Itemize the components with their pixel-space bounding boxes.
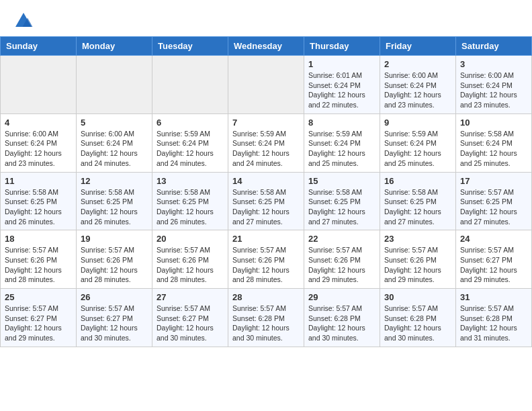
- day-info: Sunrise: 5:57 AM Sunset: 6:28 PM Dayligh…: [232, 304, 300, 343]
- day-number: 24: [460, 234, 527, 244]
- day-number: 10: [460, 118, 527, 128]
- calendar-cell: 16Sunrise: 5:58 AM Sunset: 6:25 PM Dayli…: [380, 172, 456, 230]
- calendar-cell: [228, 56, 304, 114]
- day-info: Sunrise: 5:57 AM Sunset: 6:26 PM Dayligh…: [81, 245, 148, 285]
- day-info: Sunrise: 5:57 AM Sunset: 6:26 PM Dayligh…: [157, 245, 224, 285]
- logo-icon: [13, 11, 34, 31]
- calendar-week-1: 1Sunrise: 6:01 AM Sunset: 6:24 PM Daylig…: [1, 56, 532, 114]
- day-number: 2: [384, 59, 451, 69]
- day-number: 25: [5, 292, 72, 302]
- weekday-header-sunday: Sunday: [1, 37, 77, 56]
- day-number: 1: [308, 59, 375, 69]
- weekday-header-wednesday: Wednesday: [228, 37, 304, 56]
- day-number: 15: [308, 176, 375, 186]
- calendar-cell: 1Sunrise: 6:01 AM Sunset: 6:24 PM Daylig…: [304, 56, 380, 114]
- day-number: 27: [157, 292, 224, 302]
- day-info: Sunrise: 5:58 AM Sunset: 6:25 PM Dayligh…: [384, 187, 451, 227]
- day-info: Sunrise: 6:00 AM Sunset: 6:24 PM Dayligh…: [460, 71, 527, 110]
- day-info: Sunrise: 5:59 AM Sunset: 6:24 PM Dayligh…: [384, 129, 451, 169]
- calendar-cell: 4Sunrise: 6:00 AM Sunset: 6:24 PM Daylig…: [1, 113, 77, 172]
- day-number: 4: [5, 118, 72, 128]
- calendar-cell: 3Sunrise: 6:00 AM Sunset: 6:24 PM Daylig…: [456, 56, 532, 114]
- calendar-table: SundayMondayTuesdayWednesdayThursdayFrid…: [0, 36, 532, 347]
- day-info: Sunrise: 5:57 AM Sunset: 6:28 PM Dayligh…: [460, 304, 527, 343]
- day-number: 5: [81, 118, 148, 128]
- calendar-week-3: 11Sunrise: 5:58 AM Sunset: 6:25 PM Dayli…: [1, 172, 532, 230]
- calendar-cell: 29Sunrise: 5:57 AM Sunset: 6:28 PM Dayli…: [304, 289, 380, 347]
- calendar-cell: 15Sunrise: 5:58 AM Sunset: 6:25 PM Dayli…: [304, 172, 380, 230]
- day-number: 8: [308, 118, 375, 128]
- calendar-cell: 28Sunrise: 5:57 AM Sunset: 6:28 PM Dayli…: [228, 289, 304, 347]
- day-info: Sunrise: 5:58 AM Sunset: 6:25 PM Dayligh…: [157, 187, 224, 227]
- day-number: 14: [232, 176, 300, 186]
- weekday-header-friday: Friday: [380, 37, 456, 56]
- calendar-cell: 10Sunrise: 5:58 AM Sunset: 6:24 PM Dayli…: [456, 113, 532, 172]
- calendar-cell: [1, 56, 77, 114]
- calendar-cell: 2Sunrise: 6:00 AM Sunset: 6:24 PM Daylig…: [380, 56, 456, 114]
- day-info: Sunrise: 5:58 AM Sunset: 6:24 PM Dayligh…: [460, 129, 527, 169]
- day-info: Sunrise: 5:57 AM Sunset: 6:25 PM Dayligh…: [460, 187, 527, 227]
- calendar-week-2: 4Sunrise: 6:00 AM Sunset: 6:24 PM Daylig…: [1, 113, 532, 172]
- day-number: 9: [384, 118, 451, 128]
- day-info: Sunrise: 5:59 AM Sunset: 6:24 PM Dayligh…: [157, 129, 224, 169]
- calendar-cell: 17Sunrise: 5:57 AM Sunset: 6:25 PM Dayli…: [456, 172, 532, 230]
- weekday-header-tuesday: Tuesday: [152, 37, 228, 56]
- day-number: 16: [384, 176, 451, 186]
- day-number: 18: [5, 234, 72, 244]
- calendar-cell: 26Sunrise: 5:57 AM Sunset: 6:27 PM Dayli…: [77, 289, 152, 347]
- calendar-cell: 9Sunrise: 5:59 AM Sunset: 6:24 PM Daylig…: [380, 113, 456, 172]
- day-number: 3: [460, 59, 527, 69]
- day-info: Sunrise: 5:57 AM Sunset: 6:26 PM Dayligh…: [5, 245, 72, 285]
- day-info: Sunrise: 6:00 AM Sunset: 6:24 PM Dayligh…: [5, 129, 72, 169]
- calendar-cell: 30Sunrise: 5:57 AM Sunset: 6:28 PM Dayli…: [380, 289, 456, 347]
- day-number: 28: [232, 292, 300, 302]
- day-number: 19: [81, 234, 148, 244]
- day-number: 7: [232, 118, 300, 128]
- calendar-cell: [152, 56, 228, 114]
- day-info: Sunrise: 5:57 AM Sunset: 6:26 PM Dayligh…: [384, 245, 451, 285]
- calendar-body: 1Sunrise: 6:01 AM Sunset: 6:24 PM Daylig…: [1, 56, 532, 347]
- day-info: Sunrise: 5:58 AM Sunset: 6:25 PM Dayligh…: [308, 187, 375, 227]
- day-info: Sunrise: 5:58 AM Sunset: 6:25 PM Dayligh…: [81, 187, 148, 227]
- day-number: 6: [157, 118, 224, 128]
- calendar-cell: 8Sunrise: 5:59 AM Sunset: 6:24 PM Daylig…: [304, 113, 380, 172]
- day-number: 30: [384, 292, 451, 302]
- day-info: Sunrise: 5:58 AM Sunset: 6:25 PM Dayligh…: [232, 187, 300, 227]
- day-number: 23: [384, 234, 451, 244]
- day-info: Sunrise: 5:57 AM Sunset: 6:27 PM Dayligh…: [460, 245, 527, 285]
- calendar-cell: 5Sunrise: 6:00 AM Sunset: 6:24 PM Daylig…: [77, 113, 152, 172]
- day-info: Sunrise: 5:57 AM Sunset: 6:27 PM Dayligh…: [5, 304, 72, 343]
- calendar-cell: 13Sunrise: 5:58 AM Sunset: 6:25 PM Dayli…: [152, 172, 228, 230]
- day-info: Sunrise: 5:59 AM Sunset: 6:24 PM Dayligh…: [308, 129, 375, 169]
- weekday-header-saturday: Saturday: [456, 37, 532, 56]
- calendar-cell: [77, 56, 152, 114]
- day-info: Sunrise: 5:57 AM Sunset: 6:28 PM Dayligh…: [384, 304, 451, 343]
- day-info: Sunrise: 6:01 AM Sunset: 6:24 PM Dayligh…: [308, 71, 375, 110]
- calendar-cell: 20Sunrise: 5:57 AM Sunset: 6:26 PM Dayli…: [152, 230, 228, 289]
- day-info: Sunrise: 5:57 AM Sunset: 6:27 PM Dayligh…: [81, 304, 148, 343]
- calendar-cell: 18Sunrise: 5:57 AM Sunset: 6:26 PM Dayli…: [1, 230, 77, 289]
- calendar-cell: 21Sunrise: 5:57 AM Sunset: 6:26 PM Dayli…: [228, 230, 304, 289]
- calendar-week-4: 18Sunrise: 5:57 AM Sunset: 6:26 PM Dayli…: [1, 230, 532, 289]
- calendar-cell: 31Sunrise: 5:57 AM Sunset: 6:28 PM Dayli…: [456, 289, 532, 347]
- day-info: Sunrise: 6:00 AM Sunset: 6:24 PM Dayligh…: [81, 129, 148, 169]
- calendar-cell: 12Sunrise: 5:58 AM Sunset: 6:25 PM Dayli…: [77, 172, 152, 230]
- page-header: [0, 0, 532, 36]
- calendar-week-5: 25Sunrise: 5:57 AM Sunset: 6:27 PM Dayli…: [1, 289, 532, 347]
- calendar-cell: 24Sunrise: 5:57 AM Sunset: 6:27 PM Dayli…: [456, 230, 532, 289]
- calendar-cell: 19Sunrise: 5:57 AM Sunset: 6:26 PM Dayli…: [77, 230, 152, 289]
- day-number: 17: [460, 176, 527, 186]
- day-number: 20: [157, 234, 224, 244]
- calendar-cell: 22Sunrise: 5:57 AM Sunset: 6:26 PM Dayli…: [304, 230, 380, 289]
- day-info: Sunrise: 5:57 AM Sunset: 6:26 PM Dayligh…: [308, 245, 375, 285]
- calendar-cell: 27Sunrise: 5:57 AM Sunset: 6:27 PM Dayli…: [152, 289, 228, 347]
- calendar-cell: 23Sunrise: 5:57 AM Sunset: 6:26 PM Dayli…: [380, 230, 456, 289]
- day-number: 13: [157, 176, 224, 186]
- calendar-cell: 14Sunrise: 5:58 AM Sunset: 6:25 PM Dayli…: [228, 172, 304, 230]
- day-info: Sunrise: 5:57 AM Sunset: 6:28 PM Dayligh…: [308, 304, 375, 343]
- day-number: 11: [5, 176, 72, 186]
- day-number: 31: [460, 292, 527, 302]
- calendar-header: SundayMondayTuesdayWednesdayThursdayFrid…: [1, 37, 532, 56]
- day-info: Sunrise: 5:57 AM Sunset: 6:27 PM Dayligh…: [157, 304, 224, 343]
- calendar-cell: 11Sunrise: 5:58 AM Sunset: 6:25 PM Dayli…: [1, 172, 77, 230]
